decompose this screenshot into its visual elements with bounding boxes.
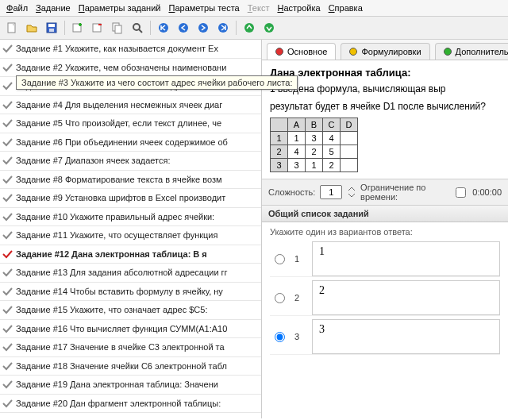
task-row[interactable]: Задание #17 Значение в ячейке C3 электро… xyxy=(0,338,261,357)
question-text-1: 1 введена формула, вычисляющая выр xyxy=(270,83,500,96)
svg-rect-2 xyxy=(48,24,55,27)
nav-next-icon[interactable] xyxy=(194,19,212,37)
task-row[interactable]: Задание #18 Значение ячейки C6 электронн… xyxy=(0,357,261,376)
task-row[interactable]: Задание #16 Что вычисляет функция СУММ(A… xyxy=(0,320,261,339)
open-icon[interactable] xyxy=(23,19,40,37)
tab-red[interactable]: Основное xyxy=(267,43,336,60)
menu-item[interactable]: Параметры теста xyxy=(168,3,239,13)
svg-rect-7 xyxy=(115,25,121,33)
dot-icon xyxy=(349,48,357,56)
move-down-icon[interactable] xyxy=(260,19,278,37)
difficulty-input[interactable] xyxy=(320,185,342,199)
menu-item[interactable]: Настройка xyxy=(277,3,320,13)
task-row[interactable]: Задание #6 При объединении ячеек содержи… xyxy=(0,133,261,152)
new-icon[interactable] xyxy=(3,19,21,37)
svg-point-11 xyxy=(198,23,208,33)
svg-point-10 xyxy=(179,23,188,33)
task-row[interactable]: Задание #10 Укажите правильный адрес яче… xyxy=(0,208,261,227)
menubar: ФайлЗаданиеПараметры заданийПараметры те… xyxy=(0,0,508,17)
task-list[interactable]: Задание #1 Укажите, как называется докум… xyxy=(0,40,262,418)
timelimit-value: 0:00:00 xyxy=(472,187,502,197)
task-row[interactable]: Задание #12 Дана электронная таблица: В … xyxy=(0,245,261,264)
answer-radio[interactable] xyxy=(275,332,285,342)
task-row[interactable]: Задание #20 Дан фрагмент электронной таб… xyxy=(0,395,261,414)
answer-box[interactable]: 1 xyxy=(312,241,500,276)
answer-radio[interactable] xyxy=(275,254,285,264)
answer-number: 2 xyxy=(294,293,302,302)
task-row[interactable]: Задание #14 Чтобы вставить формулу в яче… xyxy=(0,283,261,302)
difficulty-label: Сложность: xyxy=(268,187,315,197)
task-tooltip: Задание #3 Укажите из чего состоит адрес… xyxy=(16,75,298,90)
save-icon[interactable] xyxy=(43,19,60,37)
task-row[interactable]: Задание #13 Для задания абсолютной адрес… xyxy=(0,264,261,283)
right-pane: ОсновноеФормулировкиДополнительно Дана э… xyxy=(262,40,508,418)
add-task-icon[interactable] xyxy=(69,19,87,37)
task-row[interactable]: Задание #19 Дана электронная таблица: Зн… xyxy=(0,376,261,395)
question-body: Дана электронная таблица: 1 введена форм… xyxy=(262,60,508,179)
move-up-icon[interactable] xyxy=(241,19,258,37)
answer-box[interactable]: 3 xyxy=(312,319,500,354)
dot-icon xyxy=(275,48,283,56)
task-row[interactable]: Задание #9 Установка шрифтов в Excel про… xyxy=(0,189,261,208)
toolbar xyxy=(0,17,508,40)
menu-item[interactable]: Справка xyxy=(329,3,363,13)
menu-item[interactable]: Параметры заданий xyxy=(79,3,161,13)
task-row[interactable]: Задание #1 Укажите, как называется докум… xyxy=(0,40,261,59)
answers-hint: Укажите один из вариантов ответа: xyxy=(270,227,500,237)
task-row[interactable]: Задание #15 Укажите, что означает адрес … xyxy=(0,301,261,320)
task-row[interactable]: Задание #11 Укажите, что осуществляет фу… xyxy=(0,226,261,245)
answer-box[interactable]: 2 xyxy=(312,280,500,315)
options-bar: Сложность: Ограничение по времени: 0:00:… xyxy=(262,179,508,206)
task-row[interactable]: Задание #2 Укажите, чем обозначены наиме… xyxy=(0,59,261,78)
answers-panel: Укажите один из вариантов ответа: 112233 xyxy=(262,222,508,363)
tab-green[interactable]: Дополнительно xyxy=(435,43,508,60)
copy-task-icon[interactable] xyxy=(109,19,126,37)
preview-icon[interactable] xyxy=(129,19,146,37)
question-text-2: результат будет в ячейке D1 после вычисл… xyxy=(270,101,500,114)
answer-number: 1 xyxy=(294,254,302,264)
spinner-icon[interactable] xyxy=(347,186,356,198)
answer-number: 3 xyxy=(294,332,302,341)
task-row[interactable]: Задание #4 Для выделения несмежных ячеек… xyxy=(0,96,261,115)
menu-item[interactable]: Задание xyxy=(36,3,71,13)
nav-prev-icon[interactable] xyxy=(175,19,192,37)
svg-point-8 xyxy=(133,24,140,30)
answer-row: 22 xyxy=(270,280,500,316)
question-title: Дана электронная таблица: xyxy=(270,67,500,79)
task-row[interactable]: Задание #5 Что произойдет, если текст дл… xyxy=(0,114,261,133)
section-header: Общий список заданий xyxy=(262,206,508,222)
dot-icon xyxy=(444,48,452,56)
spreadsheet-preview: ABCD113424253312 xyxy=(270,118,358,172)
svg-point-9 xyxy=(159,23,168,33)
timelimit-checkbox[interactable] xyxy=(456,187,466,198)
menu-item: Текст xyxy=(248,3,270,13)
answer-radio[interactable] xyxy=(275,293,285,303)
task-row[interactable]: Задание #7 Диапазон ячеек задается: xyxy=(0,152,261,171)
delete-task-icon[interactable] xyxy=(89,19,106,37)
answer-row: 11 xyxy=(270,241,500,277)
timelimit-label: Ограничение по времени: xyxy=(360,183,448,202)
task-row[interactable]: Задание #8 Форматирование текста в ячейк… xyxy=(0,171,261,190)
svg-point-12 xyxy=(218,23,228,33)
svg-rect-3 xyxy=(49,29,54,32)
answer-row: 33 xyxy=(270,319,500,355)
nav-first-icon[interactable] xyxy=(155,19,172,37)
tab-yellow[interactable]: Формулировки xyxy=(341,43,429,60)
menu-item[interactable]: Файл xyxy=(6,3,28,13)
nav-last-icon[interactable] xyxy=(214,19,232,37)
tabs: ОсновноеФормулировкиДополнительно xyxy=(262,40,508,60)
